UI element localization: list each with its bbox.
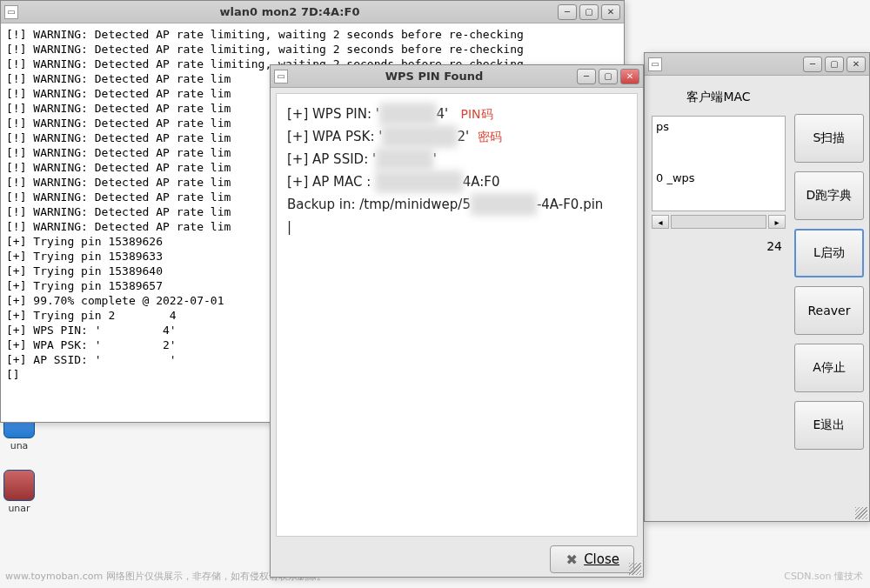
cursor: | [287, 216, 626, 238]
dialog-title: WPS PIN Found [291, 70, 577, 83]
annotation: PIN码 [460, 107, 492, 121]
resize-grip-icon[interactable] [855, 507, 867, 519]
scrollbar[interactable]: ◂ ▸ [652, 215, 786, 229]
value-suffix: 2' [458, 129, 470, 144]
titlebar[interactable]: ▭ ─ ▢ ✕ [645, 53, 869, 76]
close-label: Close [584, 551, 619, 567]
maximize-button[interactable]: ▢ [599, 69, 618, 84]
main-app-window: ▭ ─ ▢ ✕ 客户端MAC ps 0 _wps ◂ ▸ 24 [644, 52, 870, 522]
label: Backup in: /tmp/minidwep/5 [287, 197, 471, 212]
window-icon: ▭ [274, 70, 288, 84]
label: [+] AP MAC : [287, 174, 371, 190]
resize-grip-icon[interactable] [629, 563, 641, 575]
dictionary-button[interactable]: D跑字典 [794, 171, 864, 220]
dialog-content: [+] WPS PIN: 'XXXXXX4' PIN码 [+] WPA PSK:… [276, 93, 638, 537]
value-suffix: -4A-F0.pin [537, 197, 603, 212]
redacted: XXXXXXX [471, 193, 537, 216]
minimize-button[interactable]: ─ [577, 69, 596, 84]
value-suffix: ' [433, 151, 437, 167]
launch-button[interactable]: L启动 [794, 229, 864, 277]
close-button[interactable]: ✕ [620, 69, 639, 84]
app-icon [3, 470, 35, 501]
window-icon: ▭ [4, 5, 18, 19]
count-label: 24 [652, 239, 782, 253]
desktop-icon-label: una [2, 440, 37, 451]
wpa-psk-row: [+] WPA PSK: 'XXXXXXXX2' 密码 [287, 125, 626, 148]
redacted: XXXXXX [379, 103, 437, 125]
label: [+] WPS PIN: ' [287, 106, 379, 122]
minimize-button[interactable]: ─ [803, 57, 822, 72]
exit-button[interactable]: E退出 [794, 401, 864, 450]
maximize-button[interactable]: ▢ [825, 57, 844, 72]
window-title: wlan0 mon2 7D:4A:F0 [22, 5, 558, 18]
backup-path-row: Backup in: /tmp/minidwep/5XXXXXXX-4A-F0.… [287, 193, 626, 216]
ap-ssid-row: [+] AP SSID: 'XXXXXX' [287, 148, 626, 170]
wps-pin-row: [+] WPS PIN: 'XXXXXX4' PIN码 [287, 103, 626, 125]
desktop-icon-label: unar [2, 503, 37, 514]
value-suffix: 4' [437, 106, 449, 122]
close-icon: ✖ [565, 552, 579, 566]
ap-mac-row: [+] AP MAC : XX XX XX XX4A:F0 [287, 170, 626, 193]
label: [+] AP SSID: ' [287, 151, 376, 167]
scroll-right-icon[interactable]: ▸ [768, 215, 786, 229]
list-item[interactable]: 0 _wps [656, 171, 781, 184]
maximize-button[interactable]: ▢ [579, 4, 599, 20]
minimize-button[interactable]: ─ [558, 4, 577, 20]
scroll-left-icon[interactable]: ◂ [652, 215, 669, 229]
client-mac-header: 客户端MAC [652, 90, 786, 105]
wps-pin-dialog: ▭ WPS PIN Found ─ ▢ ✕ [+] WPS PIN: 'XXXX… [270, 64, 644, 578]
dialog-close-button[interactable]: ✖ Close [550, 545, 634, 573]
titlebar[interactable]: ▭ wlan0 mon2 7D:4A:F0 ─ ▢ ✕ [1, 1, 624, 23]
scan-button[interactable]: S扫描 [794, 114, 864, 163]
list-item[interactable]: ps [656, 120, 781, 133]
label: [+] WPA PSK: ' [287, 129, 382, 144]
titlebar[interactable]: ▭ WPS PIN Found ─ ▢ ✕ [271, 65, 643, 88]
desktop-icon[interactable]: unar [2, 470, 37, 514]
close-button[interactable]: ✕ [847, 57, 866, 72]
stop-button[interactable]: A停止 [794, 344, 864, 392]
redacted: XXXXXXXX [382, 125, 457, 148]
window-icon: ▭ [648, 57, 662, 71]
client-mac-list[interactable]: ps 0 _wps [652, 116, 786, 211]
redacted: XX XX XX XX [375, 170, 463, 193]
close-button[interactable]: ✕ [601, 4, 620, 20]
scroll-track[interactable] [671, 215, 766, 229]
watermark-right: CSDN.son 懂技术 [784, 570, 863, 583]
redacted: XXXXXX [376, 148, 433, 170]
annotation: 密码 [478, 130, 502, 144]
value-suffix: 4A:F0 [463, 174, 500, 190]
reaver-button[interactable]: Reaver [794, 286, 864, 335]
